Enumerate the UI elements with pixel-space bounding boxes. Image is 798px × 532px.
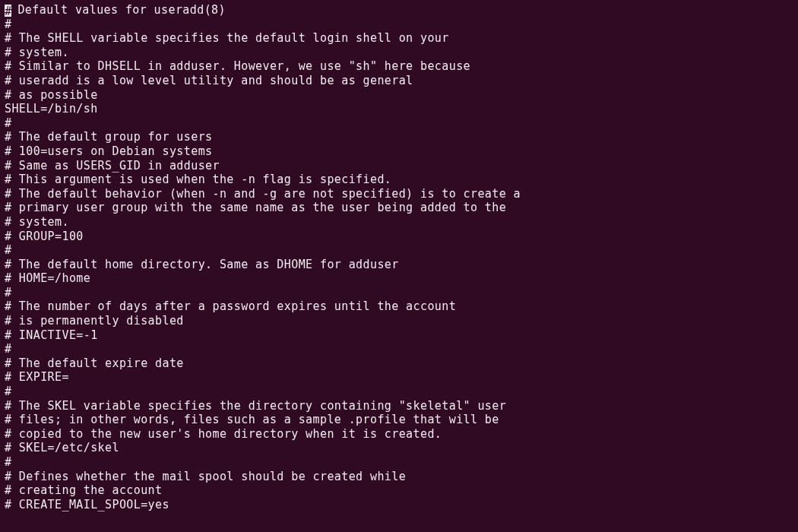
terminal-line: # system. [5, 46, 795, 60]
terminal-line: # [5, 342, 795, 356]
terminal-line: # [5, 385, 795, 399]
terminal-line: # Similar to DHSELL in adduser. However,… [5, 59, 795, 74]
terminal-line: # The default behavior (when -n and -g a… [5, 187, 795, 201]
terminal-line: # The SHELL variable specifies the defau… [5, 31, 795, 46]
terminal-line: # [5, 243, 795, 258]
terminal-line: # Same as USERS_GID in adduser [5, 159, 795, 173]
terminal-line: # EXPIRE= [5, 370, 795, 385]
terminal-line: # GROUP=100 [5, 230, 795, 244]
terminal-line: # copied to the new user's home director… [5, 427, 795, 442]
terminal-line: # primary user group with the same name … [5, 201, 795, 215]
terminal-line: # [5, 286, 795, 300]
terminal-line: # SKEL=/etc/skel [5, 441, 795, 455]
terminal-line: # is permanently disabled [5, 314, 795, 328]
terminal-line: # system. [5, 215, 795, 230]
terminal-line: # INACTIVE=-1 [5, 328, 795, 343]
terminal-line: # as possible [5, 88, 795, 103]
terminal-line: # The number of days after a password ex… [5, 299, 795, 314]
terminal-line: # useradd is a low level utility and sho… [5, 74, 795, 88]
terminal-line: # 100=users on Debian systems [5, 144, 795, 159]
terminal-line: # creating the account [5, 483, 795, 498]
terminal-line: # [5, 455, 795, 470]
terminal-line: SHELL=/bin/sh [5, 102, 795, 116]
terminal-line: # The default group for users [5, 130, 795, 144]
terminal-viewport[interactable]: # Default values for useradd(8)## The SH… [0, 0, 798, 532]
terminal-line: # Defines whether the mail spool should … [5, 470, 795, 484]
terminal-line: # [5, 17, 795, 32]
terminal-line: # The default home directory. Same as DH… [5, 258, 795, 272]
terminal-line: # The default expire date [5, 356, 795, 371]
line-text: Default values for useradd(8) [11, 3, 226, 17]
terminal-line: # Default values for useradd(8) [5, 3, 795, 17]
terminal-line: # HOME=/home [5, 271, 795, 286]
terminal-line: # CREATE_MAIL_SPOOL=yes [5, 498, 795, 512]
terminal-line: # This argument is used when the -n flag… [5, 173, 795, 187]
terminal-line: # files; in other words, files such as a… [5, 413, 795, 427]
terminal-line: # The SKEL variable specifies the direct… [5, 399, 795, 413]
terminal-line: # [5, 116, 795, 131]
